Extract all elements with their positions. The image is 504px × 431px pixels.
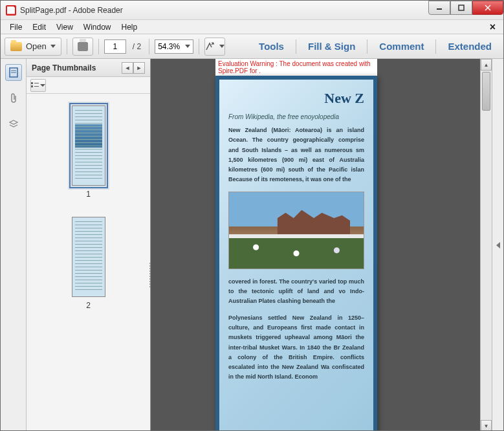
page-thumbnails-tab[interactable] (5, 64, 22, 81)
scroll-track[interactable] (481, 71, 492, 420)
close-button[interactable] (472, 1, 503, 15)
page-icon (9, 67, 18, 78)
toolbar-divider (367, 39, 367, 54)
view-mode-button[interactable] (204, 38, 225, 56)
maximize-button[interactable] (450, 1, 472, 15)
window-titlebar: SplitPage.pdf - Adobe Reader (1, 1, 503, 20)
adobe-reader-icon (6, 5, 16, 16)
chevron-down-icon (40, 84, 45, 87)
minimize-button[interactable] (428, 1, 450, 15)
scroll-thumb[interactable] (482, 72, 490, 111)
menu-help[interactable]: Help (116, 21, 143, 33)
comment-panel-button[interactable]: Comment (371, 41, 432, 52)
open-label: Open (26, 41, 47, 51)
thumbnails-list[interactable]: 1 2 (27, 94, 150, 431)
document-image (228, 192, 364, 269)
toolbar-divider (149, 39, 149, 54)
svg-rect-1 (459, 5, 464, 10)
thumb-prev-button[interactable]: ◄ (122, 62, 133, 74)
document-paragraph: covered in forest. The country's varied … (228, 277, 364, 307)
thumbnail-item[interactable]: 2 (72, 217, 105, 310)
layers-icon (9, 119, 18, 129)
chevron-down-icon (219, 45, 225, 48)
toolbar-divider (98, 39, 99, 54)
document-viewport: Evaluation Warning : The document was cr… (151, 59, 503, 431)
window-title: SplitPage.pdf - Adobe Reader (20, 6, 428, 15)
svg-rect-7 (31, 82, 33, 84)
thumbnail-label: 1 (86, 190, 91, 199)
thumb-next-button[interactable]: ► (133, 62, 145, 74)
thumbnails-panel: Page Thumbnails ◄ ► 1 2 (27, 59, 151, 431)
thumbnail-page-1[interactable] (72, 105, 105, 186)
paperclip-icon (9, 93, 18, 104)
attachments-tab[interactable] (5, 90, 22, 107)
close-document-button[interactable]: × (486, 21, 499, 33)
document-title: New Z (228, 90, 364, 107)
zoom-select[interactable]: 54.3% (155, 39, 193, 54)
toolbar-divider (435, 39, 436, 54)
svg-rect-9 (31, 85, 33, 87)
chevron-down-icon (50, 45, 56, 48)
zoom-value: 54.3% (158, 42, 180, 51)
toolbar-divider (296, 39, 296, 54)
scroll-down-button[interactable]: ▼ (481, 420, 492, 431)
extended-panel-button[interactable]: Extended (440, 41, 499, 52)
body-area: Page Thumbnails ◄ ► 1 2 (1, 59, 503, 431)
menu-file[interactable]: File (5, 21, 27, 33)
thumbnails-title: Page Thumbnails (32, 63, 96, 72)
layers-tab[interactable] (5, 116, 22, 133)
right-panel-toggle[interactable] (492, 59, 503, 431)
chevron-down-icon (185, 45, 190, 48)
print-button[interactable] (72, 38, 93, 56)
thumbnail-label: 2 (86, 301, 91, 310)
panel-resize-handle[interactable] (148, 263, 150, 289)
toolbar-divider (67, 39, 67, 54)
open-button[interactable]: Open (5, 38, 61, 56)
fill-sign-panel-button[interactable]: Fill & Sign (300, 41, 363, 52)
navigation-rail (1, 59, 27, 431)
document-page: New Z From Wikipedia, the free enoyolope… (215, 76, 377, 431)
thumbnails-header: Page Thumbnails ◄ ► (27, 59, 150, 77)
list-icon (31, 82, 39, 89)
menu-window[interactable]: Window (78, 21, 116, 33)
thumbnail-page-2[interactable] (72, 217, 105, 297)
menu-view[interactable]: View (51, 21, 78, 33)
page-total-label: / 2 (130, 42, 144, 51)
main-toolbar: Open / 2 54.3% Tools Fill & Sign Comment… (1, 34, 503, 59)
thumb-options-button[interactable] (30, 79, 46, 92)
thumbnail-item[interactable]: 1 (72, 105, 105, 199)
tools-panel-button[interactable]: Tools (251, 41, 292, 52)
menu-bar: File Edit View Window Help × (1, 20, 503, 34)
document-subtitle: From Wikipedia, the free enoyolopedia (228, 113, 364, 120)
document-paragraph: Polynesians settled New Zealand in 1250–… (228, 313, 364, 382)
window-controls (428, 1, 503, 15)
vertical-scrollbar[interactable]: ▲ ▼ (480, 59, 492, 431)
menu-edit[interactable]: Edit (27, 21, 51, 33)
document-paragraph: New Zealand (Māori: Aotearoa) is an isla… (228, 126, 364, 185)
scroll-up-button[interactable]: ▲ (481, 59, 492, 71)
page-number-input[interactable] (104, 39, 126, 54)
folder-open-icon (10, 42, 22, 51)
document-scroll[interactable]: Evaluation Warning : The document was cr… (151, 59, 480, 431)
evaluation-warning: Evaluation Warning : The document was cr… (215, 59, 377, 76)
chevron-left-icon (496, 242, 500, 249)
printer-icon (78, 42, 88, 51)
toolbar-divider (199, 39, 199, 54)
thumbnails-toolbar (27, 77, 150, 94)
